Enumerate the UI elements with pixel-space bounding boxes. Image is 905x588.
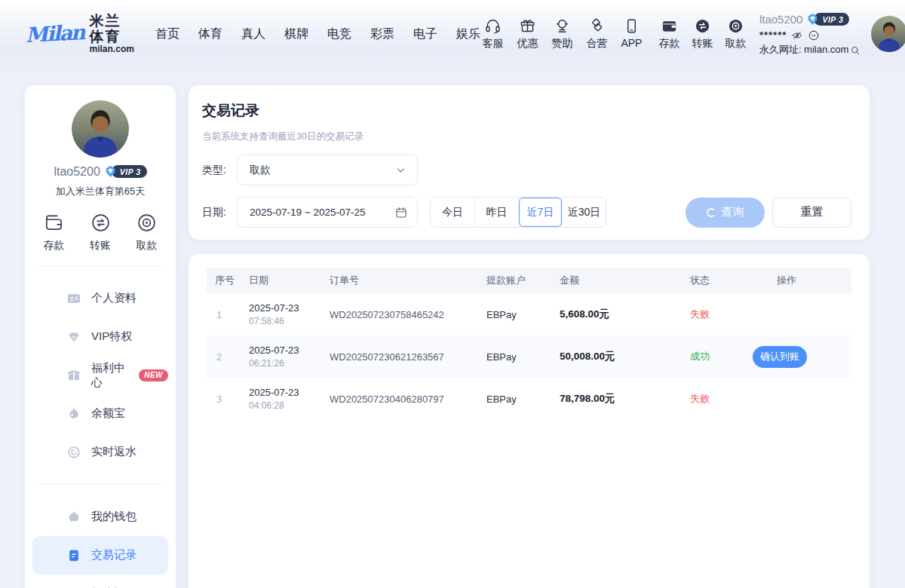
wallet-links: 存款 转账 取款 [657, 17, 748, 51]
sidebar-item-label: 福利中心 [91, 361, 129, 390]
sidebar-deposit-button[interactable]: 存款 [43, 212, 65, 253]
nav-item-slots[interactable]: 电子 [413, 26, 437, 42]
sidebar-item-benefits[interactable]: 福利中心 NEW [32, 356, 168, 394]
sidebar-item-label: 余额宝 [91, 406, 125, 421]
sidebar-item-rebate[interactable]: 实时返水 [32, 433, 168, 471]
gift-icon [519, 17, 536, 35]
sidebar-item-label: 交易记录 [91, 548, 137, 562]
search-icon[interactable] [850, 45, 861, 56]
row-order-number: WD202507230621263567 [330, 351, 486, 363]
nav-item-chess[interactable]: 棋牌 [284, 26, 308, 42]
row-status: 失败 [690, 392, 777, 406]
row-action: 确认到账 [777, 346, 851, 368]
transfer-filled-icon [694, 17, 711, 35]
sidebar-transfer-button[interactable]: 转账 [90, 212, 112, 253]
sidebar-item-vip[interactable]: VIP特权 [32, 317, 168, 356]
withdraw-filled-icon [727, 17, 744, 35]
reset-button-label: 重置 [801, 205, 824, 219]
table-row: 1 2025-07-23 07:58:46 WD2025072307584652… [207, 293, 851, 335]
quicklink-service[interactable]: 客服 [480, 17, 505, 51]
walletlink-deposit[interactable]: 存款 [657, 17, 682, 51]
nav-item-live[interactable]: 真人 [241, 26, 265, 42]
range-30days-button[interactable]: 近30日 [562, 198, 606, 227]
row-index: 1 [207, 309, 249, 320]
profile-username: ltao5200 [54, 165, 100, 179]
confirm-receipt-button[interactable]: 确认到账 [753, 346, 807, 368]
nav-item-sports[interactable]: 体育 [198, 26, 222, 42]
walletlink-transfer[interactable]: 转账 [690, 17, 715, 51]
nav-item-entertainment[interactable]: 娱乐 [456, 26, 480, 42]
withdraw-circle-icon [136, 212, 158, 234]
sidebar-quick-actions: 存款 转账 取款 [25, 198, 176, 253]
col-date: 日期 [249, 274, 330, 287]
topbar-right: 客服 优惠 赞助 合营 APP 存款 [480, 12, 905, 56]
profile-vip-badge: VIP 3 [103, 164, 147, 179]
divider [37, 484, 164, 485]
sidebar-item-wallet[interactable]: 我的钱包 [32, 498, 168, 536]
calendar-icon [394, 206, 408, 219]
quick-action-label: 存款 [44, 239, 65, 253]
col-amount: 金额 [560, 274, 690, 287]
idcard-icon [66, 291, 81, 306]
quick-links: 客服 优惠 赞助 合营 APP [480, 17, 644, 51]
user-block: ltao5200 VIP 3 ****** 永久网址: milan.com [759, 12, 867, 56]
type-select[interactable]: 取款 [237, 155, 418, 185]
row-account: EBPay [486, 309, 560, 320]
divider [37, 265, 164, 266]
piggy-wallet-icon [66, 510, 81, 525]
range-yesterday-button[interactable]: 昨日 [474, 198, 518, 227]
row-amount: 50,008.00元 [560, 350, 690, 363]
sidebar-item-profile[interactable]: 个人资料 [32, 279, 168, 317]
profile-avatar[interactable] [72, 100, 129, 158]
row-index: 3 [207, 394, 249, 405]
row-date-value: 2025-07-23 [249, 345, 330, 356]
sidebar-item-label: 实时返水 [91, 445, 137, 459]
col-index: 序号 [207, 274, 249, 287]
nav-item-lottery[interactable]: 彩票 [370, 26, 394, 42]
table-row: 3 2025-07-23 04:06:28 WD2025072304062807… [207, 378, 851, 420]
quicklink-promo[interactable]: 优惠 [515, 17, 540, 51]
row-date: 2025-07-23 07:58:46 [249, 302, 330, 326]
quicklink-sponsor[interactable]: 赞助 [550, 17, 575, 51]
moneybag-icon [66, 406, 81, 421]
sidebar-item-transactions[interactable]: 交易记录 [32, 536, 168, 574]
page-title: 交易记录 [202, 101, 851, 121]
row-index: 2 [207, 351, 249, 363]
nav-item-home[interactable]: 首页 [155, 26, 179, 42]
quicklink-app[interactable]: APP [619, 17, 644, 51]
header-avatar[interactable] [871, 16, 905, 52]
vip-gem-icon [805, 12, 820, 26]
sidebar-menu: 个人资料 VIP特权 福利中心 NEW 余额宝 实时返水 [25, 279, 176, 471]
tags-icon [588, 17, 606, 35]
sidebar-item-label: 个人资料 [91, 291, 137, 305]
chevron-circle-icon[interactable] [808, 29, 820, 41]
range-today-button[interactable]: 今日 [431, 198, 474, 227]
gift-box-icon [66, 368, 81, 383]
site-logo[interactable]: Milan 米兰体育 milan.com [26, 14, 134, 54]
avatar-image [72, 100, 129, 158]
nav-item-esports[interactable]: 电竞 [327, 26, 351, 42]
row-amount: 5,608.00元 [560, 308, 690, 321]
quick-action-label: 取款 [137, 239, 158, 253]
sidebar-item-yuebao[interactable]: 余额宝 [32, 394, 168, 433]
quicklink-partner[interactable]: 合营 [584, 17, 609, 51]
sidebar-item-bets[interactable]: 投注记录 [32, 574, 168, 588]
wallet-outline-icon [43, 212, 65, 234]
walletlink-withdraw[interactable]: 取款 [723, 17, 748, 51]
sidebar-item-label: 我的钱包 [91, 510, 137, 524]
diamond-icon [66, 329, 81, 345]
row-amount: 78,798.00元 [560, 392, 690, 406]
headset-icon [484, 17, 502, 35]
date-range-input[interactable]: 2025-07-19 ~ 2025-07-25 [237, 197, 418, 228]
avatar-image [871, 16, 905, 52]
quicklink-label: 合营 [586, 37, 607, 51]
range-7days-button[interactable]: 近7日 [518, 198, 562, 227]
sidebar-item-label: VIP特权 [91, 329, 132, 344]
type-select-value: 取款 [250, 164, 394, 177]
eye-off-icon[interactable] [791, 29, 803, 41]
reset-button[interactable]: 重置 [772, 198, 851, 228]
chevron-down-icon [394, 163, 408, 177]
query-button[interactable]: 查询 [686, 198, 765, 228]
sidebar-withdraw-button[interactable]: 取款 [136, 212, 158, 253]
site-url-text: 永久网址: milan.com [759, 44, 848, 56]
